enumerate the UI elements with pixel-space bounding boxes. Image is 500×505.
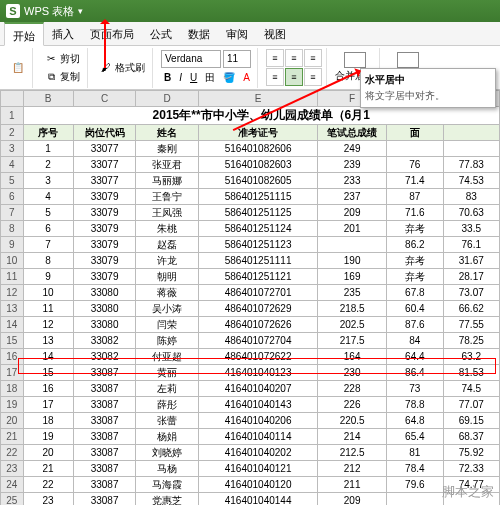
select-all-cell[interactable] [1, 91, 24, 107]
cell[interactable]: 66.62 [443, 301, 499, 317]
cell[interactable]: 75.92 [443, 445, 499, 461]
cell[interactable]: 81 [387, 445, 443, 461]
cell[interactable]: 77.83 [443, 157, 499, 173]
cell[interactable]: 74.53 [443, 173, 499, 189]
col-c[interactable]: C [73, 91, 136, 107]
cell[interactable]: 416401040123 [199, 365, 318, 381]
cell[interactable]: 黄丽 [136, 365, 199, 381]
row-header[interactable]: 16 [1, 349, 24, 365]
row-header[interactable]: 6 [1, 189, 24, 205]
cell[interactable]: 249 [318, 141, 387, 157]
cell[interactable]: 76 [387, 157, 443, 173]
cell[interactable]: 33077 [73, 157, 136, 173]
cell[interactable]: 586401251115 [199, 189, 318, 205]
cell[interactable]: 33087 [73, 381, 136, 397]
cell[interactable]: 6 [23, 221, 73, 237]
cell[interactable]: 586401251125 [199, 205, 318, 221]
cell[interactable]: 33079 [73, 205, 136, 221]
cell[interactable]: 3 [23, 173, 73, 189]
cell[interactable]: 81.53 [443, 365, 499, 381]
cell[interactable] [387, 141, 443, 157]
cell[interactable]: 68.37 [443, 429, 499, 445]
tab-start[interactable]: 开始 [4, 22, 44, 46]
row-header[interactable]: 23 [1, 461, 24, 477]
cell[interactable]: 212.5 [318, 445, 387, 461]
underline-button[interactable]: U [187, 71, 200, 84]
cell[interactable]: 33087 [73, 477, 136, 493]
hdr-cell[interactable]: 序号 [23, 125, 73, 141]
cell[interactable]: 416401040207 [199, 381, 318, 397]
cell[interactable]: 左莉 [136, 381, 199, 397]
bold-button[interactable]: B [161, 71, 174, 84]
paste-button[interactable]: 📋 [8, 60, 28, 76]
row-header[interactable]: 11 [1, 269, 24, 285]
cell[interactable]: 13 [23, 333, 73, 349]
align-mid-right[interactable]: ≡ [304, 68, 322, 86]
align-mid-left[interactable]: ≡ [266, 68, 284, 86]
spreadsheet[interactable]: BCDEFGH 1 2015年**市中小学、幼儿园成绩单（6月1 2 序号 岗位… [0, 90, 500, 505]
cell[interactable]: 张亚君 [136, 157, 199, 173]
cell[interactable]: 209 [318, 205, 387, 221]
cell[interactable]: 78.4 [387, 461, 443, 477]
cell[interactable]: 12 [23, 317, 73, 333]
cell[interactable]: 233 [318, 173, 387, 189]
font-name-input[interactable] [161, 50, 221, 68]
row-header[interactable]: 2 [1, 125, 24, 141]
align-top-right[interactable]: ≡ [304, 49, 322, 67]
cell[interactable]: 33087 [73, 397, 136, 413]
cell[interactable]: 70.63 [443, 205, 499, 221]
cell[interactable]: 71.6 [387, 205, 443, 221]
cell[interactable]: 陈婷 [136, 333, 199, 349]
cell[interactable]: 586401251111 [199, 253, 318, 269]
cell[interactable]: 72.33 [443, 461, 499, 477]
row-header[interactable]: 7 [1, 205, 24, 221]
cell[interactable]: 党惠芝 [136, 493, 199, 506]
row-header[interactable]: 1 [1, 107, 24, 125]
cell[interactable]: 486401072622 [199, 349, 318, 365]
cell[interactable]: 201 [318, 221, 387, 237]
cell[interactable]: 马杨 [136, 461, 199, 477]
cell[interactable]: 16 [23, 381, 73, 397]
cell[interactable]: 486401072701 [199, 285, 318, 301]
cell[interactable]: 7 [23, 237, 73, 253]
tab-review[interactable]: 审阅 [218, 22, 256, 46]
cell[interactable]: 秦刚 [136, 141, 199, 157]
cell[interactable]: 杨娟 [136, 429, 199, 445]
cell[interactable]: 14 [23, 349, 73, 365]
cell[interactable]: 28.17 [443, 269, 499, 285]
row-header[interactable]: 9 [1, 237, 24, 253]
cell[interactable]: 63.2 [443, 349, 499, 365]
cell[interactable]: 1 [23, 141, 73, 157]
cell[interactable]: 刘晓婷 [136, 445, 199, 461]
cell[interactable]: 84 [387, 333, 443, 349]
row-header[interactable]: 18 [1, 381, 24, 397]
cell[interactable]: 31.67 [443, 253, 499, 269]
cell[interactable]: 78.8 [387, 397, 443, 413]
row-header[interactable]: 19 [1, 397, 24, 413]
cell[interactable]: 33079 [73, 189, 136, 205]
hdr-cell[interactable]: 姓名 [136, 125, 199, 141]
row-header[interactable]: 12 [1, 285, 24, 301]
row-header[interactable]: 10 [1, 253, 24, 269]
cell[interactable]: 586401251123 [199, 237, 318, 253]
cell[interactable]: 17 [23, 397, 73, 413]
cell[interactable]: 416401040143 [199, 397, 318, 413]
cell[interactable]: 33082 [73, 349, 136, 365]
cell[interactable]: 226 [318, 397, 387, 413]
cell[interactable]: 79.6 [387, 477, 443, 493]
hdr-cell[interactable] [443, 125, 499, 141]
cell[interactable]: 87 [387, 189, 443, 205]
tab-formula[interactable]: 公式 [142, 22, 180, 46]
cell[interactable]: 71.4 [387, 173, 443, 189]
cell[interactable]: 33087 [73, 365, 136, 381]
cell[interactable]: 237 [318, 189, 387, 205]
cell[interactable]: 马丽娜 [136, 173, 199, 189]
align-top-left[interactable]: ≡ [266, 49, 284, 67]
cut-button[interactable]: ✂剪切 [41, 51, 83, 67]
cell[interactable]: 蒋薇 [136, 285, 199, 301]
row-header[interactable]: 14 [1, 317, 24, 333]
cell[interactable]: 77.07 [443, 397, 499, 413]
cell[interactable]: 416401040121 [199, 461, 318, 477]
row-header[interactable]: 15 [1, 333, 24, 349]
cell[interactable]: 86.4 [387, 365, 443, 381]
